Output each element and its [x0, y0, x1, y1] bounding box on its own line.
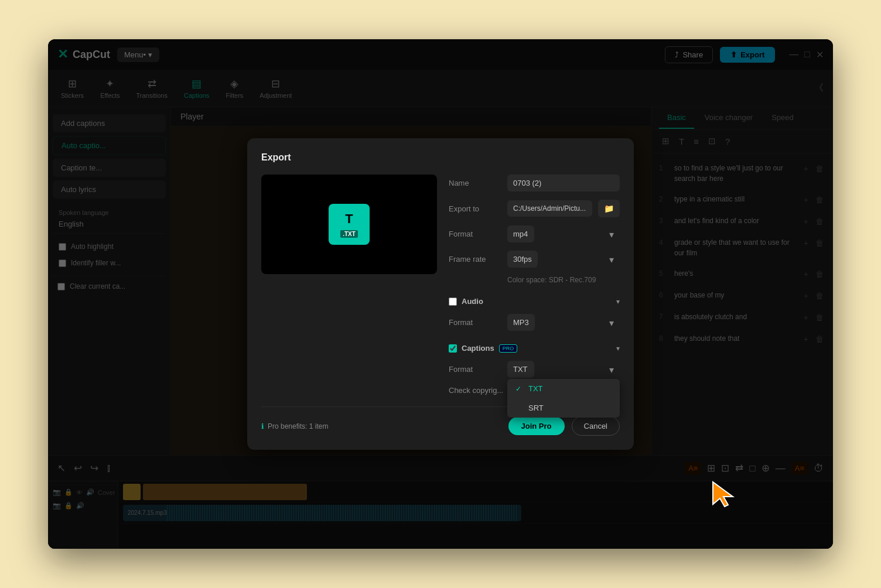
captions-format-dropdown: TXT SRT ✓ TXT S	[507, 361, 620, 378]
captions-checkbox[interactable]	[449, 344, 457, 353]
frame-rate-label: Frame rate	[449, 255, 501, 264]
join-pro-label: Join Pro	[521, 422, 552, 430]
audio-format-label: Format	[449, 318, 501, 327]
frame-rate-select-wrap: 30fps	[507, 251, 620, 268]
modal-preview: T .TXT	[261, 175, 437, 274]
format-label: Format	[449, 230, 501, 238]
audio-label: Audio	[462, 297, 483, 306]
audio-format-field-row: Format MP3	[449, 314, 620, 331]
browse-folder-button[interactable]: 📁	[598, 200, 620, 217]
preview-icon-txt-label: .TXT	[340, 230, 358, 238]
captions-format-select[interactable]: TXT SRT	[507, 361, 534, 378]
frame-rate-select[interactable]: 30fps	[507, 251, 538, 268]
modal-overlay: Export T .TXT Name Export	[48, 39, 833, 549]
preview-icon-t: T	[345, 211, 353, 227]
captions-format-label: Format	[449, 365, 501, 374]
dropdown-option-txt[interactable]: ✓ TXT	[507, 379, 620, 398]
format-dropdown-menu: ✓ TXT SRT	[507, 379, 620, 418]
pro-info-icon: ℹ	[261, 422, 264, 430]
preview-file-icon: T .TXT	[329, 204, 370, 245]
check-copyright-label: Check copyrig...	[449, 386, 503, 395]
export-to-field-row: Export to C:/Users/Admin/Pictu... 📁	[449, 200, 620, 217]
frame-rate-field-row: Frame rate 30fps	[449, 251, 620, 268]
audio-format-select-wrap: MP3	[507, 314, 620, 331]
modal-fields: Name Export to C:/Users/Admin/Pictu... 📁…	[449, 175, 620, 395]
pro-benefits-label: Pro benefits: 1 item	[268, 422, 328, 430]
format-select[interactable]: mp4	[507, 225, 534, 242]
pro-info: ℹ Pro benefits: 1 item	[261, 422, 501, 430]
name-input[interactable]	[507, 175, 620, 192]
export-modal: Export T .TXT Name Export	[247, 138, 634, 450]
color-space-row: Color space: SDR - Rec.709	[449, 276, 620, 284]
cancel-button[interactable]: Cancel	[572, 416, 620, 436]
modal-title: Export	[261, 152, 620, 163]
app-window: ✕ CapCut Menu• ▾ ⤴ Share ⬆ Export — □ ✕ …	[48, 39, 833, 549]
captions-format-field-row: Format TXT SRT ✓ TXT	[449, 361, 620, 378]
captions-toggle-icon[interactable]: ▾	[616, 344, 620, 353]
dropdown-option-srt[interactable]: SRT	[507, 398, 620, 418]
export-path: C:/Users/Admin/Pictu...	[507, 200, 592, 217]
dropdown-txt-label: TXT	[528, 384, 543, 393]
audio-section-header: Audio ▾	[449, 297, 620, 306]
export-to-label: Export to	[449, 204, 501, 213]
captions-section-label: Captions	[462, 344, 494, 353]
name-field-row: Name	[449, 175, 620, 192]
format-select-wrap: mp4	[507, 225, 620, 242]
audio-toggle-icon[interactable]: ▾	[616, 298, 620, 306]
cancel-label: Cancel	[584, 422, 607, 430]
dropdown-srt-label: SRT	[528, 404, 544, 412]
format-field-row: Format mp4	[449, 225, 620, 242]
color-space-label: Color space: SDR - Rec.709	[507, 276, 596, 284]
captions-section-header: Captions PRO ▾	[449, 344, 620, 353]
check-icon: ✓	[515, 385, 524, 393]
name-label: Name	[449, 179, 501, 187]
audio-checkbox[interactable]	[449, 298, 457, 306]
captions-pro-badge: PRO	[499, 344, 518, 353]
modal-body: T .TXT Name Export to C:/Users/Admin/Pic…	[261, 175, 620, 395]
audio-format-select[interactable]: MP3	[507, 314, 535, 331]
join-pro-button[interactable]: Join Pro	[508, 417, 565, 435]
